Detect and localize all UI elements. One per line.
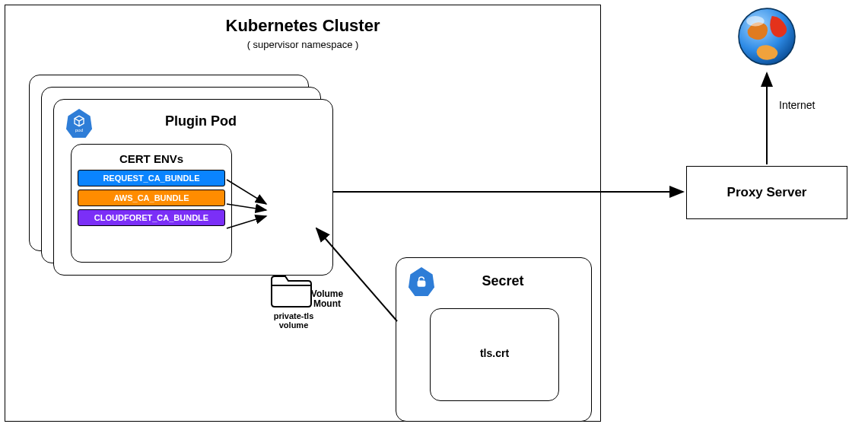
- svg-rect-6: [418, 281, 424, 286]
- volume-label: private-tls volume: [264, 311, 323, 330]
- volume-label-2: volume: [279, 320, 309, 330]
- volume-mount-label: Volume Mount: [297, 289, 358, 309]
- secret-cert-file: tls.crt: [431, 347, 558, 359]
- cluster-subtitle: ( supervisor namespace ): [5, 39, 600, 50]
- globe-icon: [735, 5, 799, 72]
- proxy-server-box: Proxy Server: [686, 166, 847, 219]
- plugin-pod-box: pod Plugin Pod CERT ENVs REQUEST_CA_BUND…: [53, 99, 333, 276]
- volume-mount-1: Volume: [311, 288, 343, 299]
- secret-box: Secret tls.crt: [396, 257, 592, 422]
- svg-point-8: [746, 16, 765, 26]
- env-request-ca-bundle: REQUEST_CA_BUNDLE: [78, 170, 225, 186]
- secret-icon: [409, 267, 434, 296]
- env-cloudforet-ca-bundle: CLOUDFORET_CA_BUNDLE: [78, 209, 225, 226]
- internet-label: Internet: [779, 99, 815, 111]
- proxy-server-title: Proxy Server: [727, 185, 807, 200]
- cert-envs-box: CERT ENVs REQUEST_CA_BUNDLE AWS_CA_BUNDL…: [71, 144, 232, 263]
- volume-label-1: private-tls: [274, 311, 314, 320]
- pod-badge-label: pod: [75, 128, 83, 132]
- volume-mount-2: Mount: [313, 298, 341, 309]
- plugin-pod-title: Plugin Pod: [69, 113, 332, 129]
- secret-title: Secret: [415, 273, 591, 289]
- cert-envs-title: CERT ENVs: [72, 152, 231, 165]
- secret-cert-box: tls.crt: [430, 308, 559, 401]
- cluster-title: Kubernetes Cluster: [5, 16, 600, 36]
- env-aws-ca-bundle: AWS_CA_BUNDLE: [78, 190, 225, 206]
